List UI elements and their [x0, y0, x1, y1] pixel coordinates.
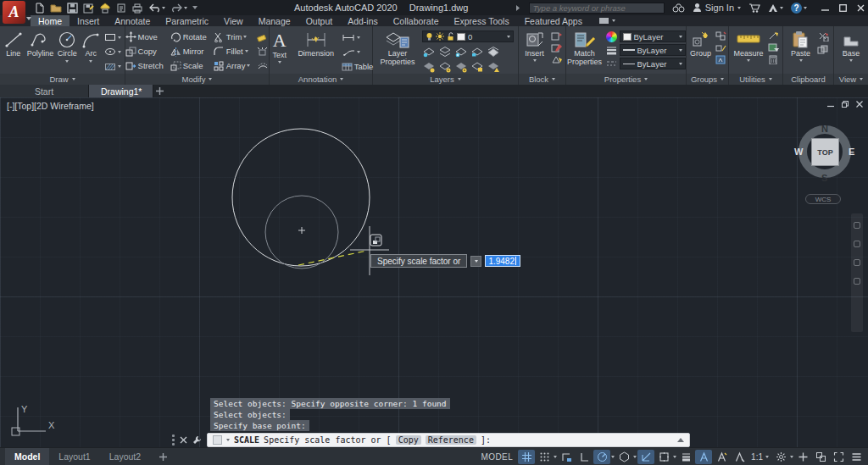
customize-menu-button[interactable]: [848, 450, 865, 464]
layer-tool-3-icon[interactable]: [454, 61, 468, 73]
snap-toggle-button[interactable]: [536, 450, 553, 464]
redo-button[interactable]: [170, 3, 187, 13]
tab-parametric[interactable]: Parametric: [158, 15, 216, 26]
block-attributes-icon[interactable]: [551, 55, 563, 64]
clean-screen-button[interactable]: [830, 450, 847, 464]
group-edit-icon[interactable]: [715, 43, 726, 53]
close-icon[interactable]: [857, 4, 865, 12]
search-input[interactable]: [529, 3, 665, 14]
ungroup-icon[interactable]: [715, 31, 726, 41]
panel-title-properties[interactable]: Properties: [566, 74, 686, 85]
ellipse-button[interactable]: [104, 46, 121, 58]
fillet-caret-icon[interactable]: [245, 50, 248, 53]
scale-factor-input[interactable]: 1.9482: [485, 255, 520, 267]
linetype-select[interactable]: ByLayer: [620, 58, 686, 69]
dimension-button[interactable]: Dimension: [296, 29, 337, 73]
workspace-switching-button[interactable]: [772, 450, 789, 464]
group-selection-icon[interactable]: [715, 55, 726, 64]
undo-button[interactable]: [148, 3, 165, 13]
line-button[interactable]: Line: [3, 29, 24, 73]
nav-zoom-icon[interactable]: [854, 241, 860, 247]
measure-button[interactable]: Measure: [732, 29, 765, 73]
customization-plus-button[interactable]: [794, 450, 811, 464]
annotation-scale-value-button[interactable]: 1:1: [748, 452, 771, 462]
ucs-icon[interactable]: Y X: [12, 404, 55, 435]
base-caret-icon[interactable]: [849, 59, 853, 62]
panel-title-clipboard[interactable]: Clipboard: [783, 74, 833, 85]
save-as-button[interactable]: [83, 3, 94, 14]
layer-properties-button[interactable]: Layer Properties: [377, 29, 418, 73]
model-tab[interactable]: Model: [5, 448, 49, 465]
id-point-icon[interactable]: [768, 31, 779, 41]
base-button[interactable]: Base: [838, 29, 864, 73]
viewcube-top-face[interactable]: TOP: [811, 138, 839, 166]
array-caret-icon[interactable]: [247, 64, 250, 67]
isometric-drafting-button[interactable]: [615, 450, 632, 464]
minimize-icon[interactable]: [821, 4, 829, 12]
leader-button[interactable]: [342, 46, 374, 58]
snap-caret-icon[interactable]: [554, 456, 557, 458]
annotation-autoscale-button[interactable]: [713, 450, 730, 464]
panel-title-modify[interactable]: Modify: [125, 74, 269, 85]
osnap-caret-icon[interactable]: [673, 456, 676, 458]
tab-output[interactable]: Output: [298, 15, 341, 26]
command-input-bar[interactable]: SCALE Specify scale factor or [ Copy Ref…: [207, 433, 690, 447]
hatch-button[interactable]: [104, 61, 121, 73]
scale-button[interactable]: Scale: [170, 58, 207, 73]
linear-dimension-button[interactable]: [342, 31, 374, 43]
search-expand-icon[interactable]: [515, 4, 521, 12]
tab-annotate[interactable]: Annotate: [107, 15, 158, 26]
paste-caret-icon[interactable]: [799, 59, 803, 62]
undo-caret-icon[interactable]: [162, 7, 165, 9]
layout1-tab[interactable]: Layout1: [49, 448, 99, 465]
circle-caret-icon[interactable]: [65, 60, 69, 63]
autodesk-account-button[interactable]: [768, 3, 783, 13]
help-button[interactable]: ?: [791, 3, 807, 14]
rectangle-button[interactable]: [104, 31, 121, 43]
infer-constraints-button[interactable]: [558, 450, 575, 464]
measure-caret-icon[interactable]: [747, 59, 750, 62]
app-store-cart-icon[interactable]: [748, 3, 760, 13]
layer-state-isolate-icon[interactable]: [438, 46, 452, 58]
circle-button[interactable]: Circle: [57, 29, 77, 73]
object-snap-button[interactable]: [655, 450, 672, 464]
quick-calculator-icon[interactable]: [768, 55, 779, 64]
copy-button[interactable]: Copy: [125, 44, 164, 58]
panel-title-annotation[interactable]: Annotation: [270, 74, 372, 85]
lineweight-display-button[interactable]: [677, 450, 694, 464]
command-option-copy[interactable]: Copy: [396, 435, 421, 445]
layout2-tab[interactable]: Layout2: [100, 448, 150, 465]
polyline-button[interactable]: Polyline: [27, 29, 54, 73]
maximize-icon[interactable]: [839, 4, 847, 12]
dynamic-input-options-icon[interactable]: [470, 256, 481, 267]
viewcube-west[interactable]: W: [794, 147, 803, 157]
layer-select[interactable]: 0: [422, 30, 514, 42]
table-button[interactable]: Table: [342, 61, 374, 73]
object-snap-tracking-button[interactable]: [637, 450, 654, 464]
edit-block-icon[interactable]: [551, 43, 563, 53]
file-tab-drawing1[interactable]: Drawing1*: [89, 85, 153, 97]
layer-state-off-icon[interactable]: [422, 46, 436, 58]
panel-title-draw[interactable]: Draw: [0, 74, 125, 85]
isolate-objects-button[interactable]: [812, 450, 829, 464]
grid-toggle-button[interactable]: [518, 450, 535, 464]
save-button[interactable]: [67, 3, 78, 14]
arc-button[interactable]: Arc: [81, 29, 101, 73]
command-line-grip[interactable]: [172, 435, 175, 446]
fillet-button[interactable]: Fillet: [214, 44, 251, 58]
offset-button[interactable]: [257, 58, 269, 73]
panel-title-utilities[interactable]: Utilities: [729, 74, 782, 85]
annotation-visibility-button[interactable]: [695, 450, 712, 464]
panel-title-view[interactable]: View: [834, 74, 868, 85]
recent-commands-caret-icon[interactable]: [226, 439, 230, 441]
layer-tool-5-icon[interactable]: [487, 61, 500, 73]
panel-title-block[interactable]: Block: [519, 74, 565, 85]
polar-tracking-button[interactable]: [593, 450, 610, 464]
trim-caret-icon[interactable]: [243, 36, 247, 38]
layer-tool-2-icon[interactable]: [438, 61, 452, 73]
wcs-menu-button[interactable]: WCS: [805, 194, 841, 204]
text-button[interactable]: A Text: [269, 29, 291, 73]
cut-icon[interactable]: [817, 32, 829, 42]
new-layout-button[interactable]: [150, 448, 176, 465]
trim-button[interactable]: Trim: [214, 30, 251, 44]
